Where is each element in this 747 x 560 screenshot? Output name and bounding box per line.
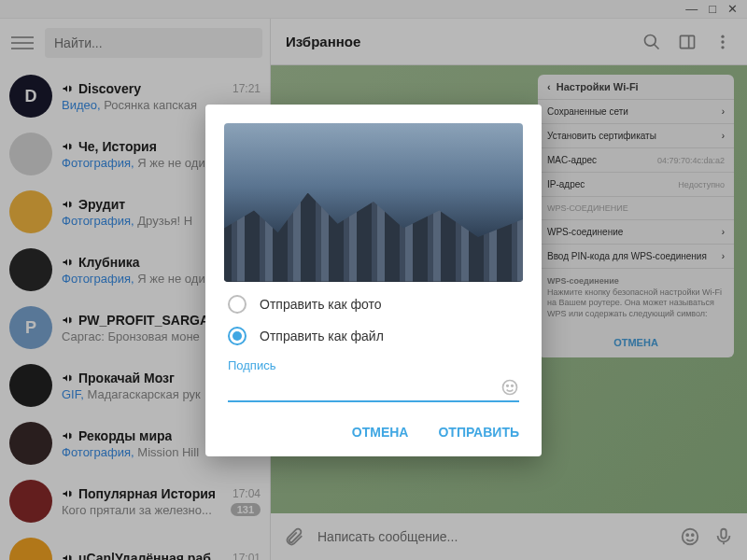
caption-input[interactable] <box>228 380 500 395</box>
emoji-icon[interactable] <box>500 378 519 397</box>
svg-point-13 <box>512 385 514 386</box>
svg-point-12 <box>507 385 509 386</box>
caption-label: Подпись <box>228 358 519 372</box>
attachment-preview <box>224 123 523 282</box>
send-button[interactable]: ОТПРАВИТЬ <box>434 419 523 445</box>
cancel-button[interactable]: ОТМЕНА <box>348 419 413 445</box>
modal-overlay[interactable]: Отправить как фото Отправить как файл По… <box>0 0 747 560</box>
send-as-file-option[interactable]: Отправить как файл <box>228 327 519 345</box>
send-as-photo-option[interactable]: Отправить как фото <box>228 295 519 314</box>
send-file-modal: Отправить как фото Отправить как файл По… <box>205 105 542 456</box>
svg-point-11 <box>503 380 517 394</box>
